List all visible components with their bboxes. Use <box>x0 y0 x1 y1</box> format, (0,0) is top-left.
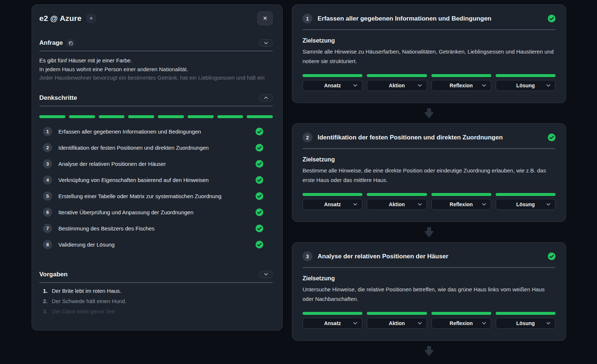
check-circle-icon <box>256 225 263 232</box>
step-list-item[interactable]: 8 Validierung der Lösung <box>43 240 263 250</box>
dropdown-label: Ansatz <box>324 83 341 88</box>
goal-heading: Zielsetzung <box>303 156 556 163</box>
progress-segment <box>303 193 362 196</box>
step-label: Erstellung einer Tabelle oder Matrix zur… <box>58 193 221 199</box>
step-list-item[interactable]: 1 Erfassen aller gegebenen Informationen… <box>43 127 263 136</box>
denkschritte-collapse-toggle[interactable] <box>259 94 273 102</box>
step-list-item[interactable]: 4 Verknüpfung von Eigenschaften basieren… <box>43 175 263 185</box>
step-label: Bestimmung des Besitzers des Fisches <box>58 225 155 232</box>
check-circle-icon <box>256 160 263 168</box>
copy-button[interactable] <box>66 39 75 47</box>
progress-segment <box>367 312 427 315</box>
window-header: e2 @ Azure + ✕ <box>39 13 273 24</box>
chevron-down-icon <box>353 84 357 87</box>
ansatz-dropdown[interactable]: Ansatz <box>303 80 362 91</box>
dropdown-label: Lösung <box>516 201 535 207</box>
progress-segment <box>367 74 427 77</box>
step-list-item[interactable]: 2 Identifikation der festen Positionen u… <box>43 143 263 153</box>
chevron-down-icon <box>264 273 268 276</box>
window-title: e2 @ Azure <box>39 14 82 23</box>
progress-segment <box>247 115 273 118</box>
step-card-3: 3 Analyse der relativen Positionen der H… <box>292 242 566 341</box>
anfrage-collapse-toggle[interactable] <box>259 39 273 47</box>
step-number-badge: 1 <box>43 127 52 136</box>
progress-segment <box>431 74 491 77</box>
vorgaben-item-number: 1. <box>43 287 48 295</box>
chevron-down-icon <box>546 84 550 87</box>
progress-segment <box>303 312 362 315</box>
step-label: Verknüpfung von Eigenschaften basierend … <box>58 177 209 183</box>
loesung-dropdown[interactable]: Lösung <box>496 80 556 91</box>
phase-progress-bar <box>303 312 556 315</box>
progress-segment <box>431 312 491 315</box>
ansatz-dropdown[interactable]: Ansatz <box>303 318 362 329</box>
chevron-down-icon <box>353 203 357 206</box>
dropdown-label: Ansatz <box>324 320 341 326</box>
goal-text: Untersuche Hinweise, die relative Positi… <box>303 285 556 304</box>
aktion-dropdown[interactable]: Aktion <box>367 199 427 210</box>
chevron-down-icon <box>546 322 550 325</box>
progress-segment <box>496 74 556 77</box>
anfrage-line: In jedem Haus wohnt eine Person einer an… <box>39 65 273 74</box>
vorgaben-section: Vorgaben 1. Der Brite lebt im roten Haus… <box>39 270 273 316</box>
goal-text: Bestimme alle Hinweise, die eine direkte… <box>303 166 556 185</box>
arrow-down-icon <box>424 346 434 356</box>
step-number-badge: 3 <box>303 251 312 261</box>
reflexion-dropdown[interactable]: Reflexion <box>431 199 491 210</box>
flow-connector <box>292 103 566 123</box>
reflexion-dropdown[interactable]: Reflexion <box>431 318 491 329</box>
aktion-dropdown[interactable]: Aktion <box>367 80 427 91</box>
vorgaben-collapse-toggle[interactable] <box>259 271 273 278</box>
step-list-item[interactable]: 5 Erstellung einer Tabelle oder Matrix z… <box>43 192 263 201</box>
anfrage-line: Es gibt fünf Häuser mit je einer Farbe. <box>39 56 273 65</box>
step-cards-flow: 1 Erfassen aller gegebenen Informationen… <box>292 4 566 361</box>
progress-segment <box>188 115 214 118</box>
loesung-dropdown[interactable]: Lösung <box>496 318 556 329</box>
step-list-item[interactable]: 6 Iterative Überprüfung und Anpassung de… <box>43 208 263 217</box>
step-number-badge: 1 <box>303 14 312 23</box>
step-number-badge: 8 <box>43 240 52 249</box>
reflexion-dropdown[interactable]: Reflexion <box>431 80 491 91</box>
progress-segment <box>217 115 243 118</box>
step-number-badge: 7 <box>43 224 52 233</box>
dropdown-label: Aktion <box>389 320 405 326</box>
steps-progress-bar <box>39 115 273 118</box>
progress-segment <box>69 115 95 118</box>
progress-segment <box>128 115 154 118</box>
card-title: Erfassen aller gegebenen Informationen u… <box>318 15 491 22</box>
progress-segment <box>431 193 491 196</box>
vorgaben-item-text: Der Däne trinkt gerne Tee <box>52 307 115 316</box>
close-button[interactable]: ✕ <box>257 11 273 25</box>
progress-segment <box>39 115 65 118</box>
vorgaben-heading: Vorgaben <box>39 271 68 278</box>
step-list-item[interactable]: 3 Analyse der relativen Positionen der H… <box>43 159 263 169</box>
flow-connector <box>292 341 566 361</box>
vorgaben-item-text: Der Schwede hält einen Hund. <box>52 297 126 305</box>
check-circle-icon <box>548 134 556 141</box>
progress-segment <box>496 193 556 196</box>
step-card-1: 1 Erfassen aller gegebenen Informationen… <box>292 4 566 103</box>
denkschritte-heading: Denkschritte <box>39 94 77 102</box>
progress-segment <box>367 193 427 196</box>
step-number-badge: 5 <box>43 192 52 201</box>
ansatz-dropdown[interactable]: Ansatz <box>303 199 362 210</box>
denkschritte-section: Denkschritte 1 Erfassen aller gegebenen … <box>39 94 273 250</box>
goal-text: Sammle alle Hinweise zu Häuserfarben, Na… <box>303 47 556 66</box>
divider <box>303 29 556 30</box>
arrow-down-icon <box>424 227 434 237</box>
divider <box>39 106 273 106</box>
step-number-badge: 3 <box>43 159 52 168</box>
step-number-badge: 2 <box>43 143 52 152</box>
check-circle-icon <box>256 144 263 152</box>
chevron-up-icon <box>264 97 268 99</box>
step-number-badge: 2 <box>303 132 312 142</box>
aktion-dropdown[interactable]: Aktion <box>367 318 427 329</box>
new-tab-button[interactable]: + <box>86 14 96 23</box>
session-panel: e2 @ Azure + ✕ Anfrage Es gibt fünf Häus… <box>32 4 283 331</box>
loesung-dropdown[interactable]: Lösung <box>496 199 556 210</box>
step-list-item[interactable]: 7 Bestimmung des Besitzers des Fisches <box>43 224 263 233</box>
vorgaben-item-number: 3. <box>43 307 48 316</box>
chevron-down-icon <box>418 84 422 87</box>
chevron-down-icon <box>546 203 550 206</box>
vorgaben-item-faded: 3. Der Däne trinkt gerne Tee <box>43 307 273 316</box>
